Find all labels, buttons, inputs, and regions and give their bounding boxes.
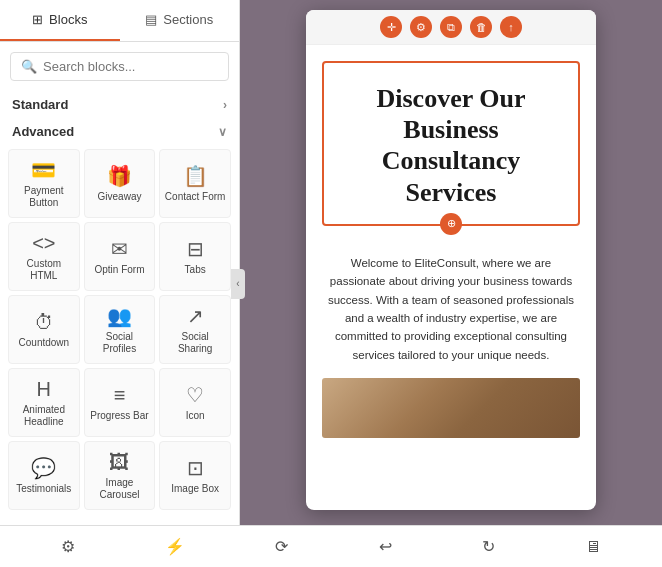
progress-bar-label: Progress Bar [90, 410, 148, 422]
countdown-label: Countdown [19, 337, 70, 349]
toolbar-upload-icon[interactable]: ↑ [500, 16, 522, 38]
tab-blocks[interactable]: ⊞ Blocks [0, 0, 120, 41]
device-toolbar: ✛ ⚙ ⧉ 🗑 ↑ [306, 10, 596, 45]
collapse-handle[interactable]: ‹ [231, 269, 245, 299]
progress-bar-icon: ≡ [114, 385, 126, 405]
block-social-profiles[interactable]: 👥Social Profiles [84, 295, 156, 364]
block-tabs[interactable]: ⊟Tabs [159, 222, 231, 291]
block-giveaway[interactable]: 🎁Giveaway [84, 149, 156, 218]
image-carousel-label: Image Carousel [89, 477, 151, 501]
block-image-box[interactable]: ⊡Image Box [159, 441, 231, 510]
block-animated-headline[interactable]: HAnimated Headline [8, 368, 80, 437]
advanced-section-label: Advanced [12, 124, 74, 139]
payment-button-label: Payment Button [13, 185, 75, 209]
animated-headline-icon: H [37, 379, 51, 399]
bottom-undo-icon[interactable]: ↩ [375, 533, 396, 560]
testimonials-label: Testimonials [16, 483, 71, 495]
block-countdown[interactable]: ⏱Countdown [8, 295, 80, 364]
social-profiles-label: Social Profiles [89, 331, 151, 355]
custom-html-icon: <> [32, 233, 55, 253]
hero-image [322, 378, 580, 438]
device-content: Discover Our Business Consultancy Servic… [306, 45, 596, 454]
block-icon[interactable]: ♡Icon [159, 368, 231, 437]
blocks-grid: 💳Payment Button🎁Giveaway📋Contact Form<>C… [0, 145, 239, 514]
bottom-lightning-icon[interactable]: ⚡ [161, 533, 189, 560]
tabs-icon: ⊟ [187, 239, 204, 259]
social-profiles-icon: 👥 [107, 306, 132, 326]
image-box-label: Image Box [171, 483, 219, 495]
giveaway-label: Giveaway [98, 191, 142, 203]
tabs-label: Tabs [185, 264, 206, 276]
toolbar-copy-icon[interactable]: ⧉ [440, 16, 462, 38]
advanced-section-header[interactable]: Advanced ∨ [0, 118, 239, 145]
standard-section-label: Standard [12, 97, 68, 112]
payment-button-icon: 💳 [31, 160, 56, 180]
hero-add-icon[interactable]: ⊕ [440, 213, 462, 235]
block-image-carousel[interactable]: 🖼Image Carousel [84, 441, 156, 510]
hero-section: Discover Our Business Consultancy Servic… [322, 61, 580, 226]
image-carousel-icon: 🖼 [109, 452, 129, 472]
contact-form-label: Contact Form [165, 191, 226, 203]
toolbar-delete-icon[interactable]: 🗑 [470, 16, 492, 38]
contact-form-icon: 📋 [183, 166, 208, 186]
tabs-bar: ⊞ Blocks ▤ Sections [0, 0, 239, 42]
optin-form-label: Optin Form [94, 264, 144, 276]
icon-icon: ♡ [186, 385, 204, 405]
block-testimonials[interactable]: 💬Testimonials [8, 441, 80, 510]
social-sharing-icon: ↗ [187, 306, 204, 326]
custom-html-label: Custom HTML [13, 258, 75, 282]
bottom-history-icon[interactable]: ⟳ [271, 533, 292, 560]
advanced-chevron-icon: ∨ [218, 125, 227, 139]
block-contact-form[interactable]: 📋Contact Form [159, 149, 231, 218]
bottom-redo-icon[interactable]: ↻ [478, 533, 499, 560]
search-area: 🔍 [0, 42, 239, 91]
block-social-sharing[interactable]: ↗Social Sharing [159, 295, 231, 364]
hero-description: Welcome to EliteConsult, where we are pa… [322, 238, 580, 368]
animated-headline-label: Animated Headline [13, 404, 75, 428]
bottom-settings-icon[interactable]: ⚙ [57, 533, 79, 560]
left-panel: ⊞ Blocks ▤ Sections 🔍 Standard › Advance… [0, 0, 240, 525]
social-sharing-label: Social Sharing [164, 331, 226, 355]
search-icon: 🔍 [21, 59, 37, 74]
countdown-icon: ⏱ [34, 312, 54, 332]
block-payment-button[interactable]: 💳Payment Button [8, 149, 80, 218]
image-box-icon: ⊡ [187, 458, 204, 478]
giveaway-icon: 🎁 [107, 166, 132, 186]
hero-title: Discover Our Business Consultancy Servic… [334, 83, 568, 208]
block-progress-bar[interactable]: ≡Progress Bar [84, 368, 156, 437]
tab-sections-label: Sections [163, 12, 213, 27]
tab-blocks-label: Blocks [49, 12, 87, 27]
standard-chevron-icon: › [223, 98, 227, 112]
testimonials-icon: 💬 [31, 458, 56, 478]
bottom-bar: ⚙ ⚡ ⟳ ↩ ↻ 🖥 [0, 525, 662, 567]
optin-form-icon: ✉ [111, 239, 128, 259]
toolbar-move-icon[interactable]: ✛ [380, 16, 402, 38]
sections-tab-icon: ▤ [145, 12, 157, 27]
standard-section-header[interactable]: Standard › [0, 91, 239, 118]
icon-label: Icon [186, 410, 205, 422]
device-frame: ✛ ⚙ ⧉ 🗑 ↑ Discover Our Business Consulta… [306, 10, 596, 510]
right-panel: ✛ ⚙ ⧉ 🗑 ↑ Discover Our Business Consulta… [240, 0, 662, 525]
tab-sections[interactable]: ▤ Sections [120, 0, 240, 41]
search-box: 🔍 [10, 52, 229, 81]
block-optin-form[interactable]: ✉Optin Form [84, 222, 156, 291]
bottom-monitor-icon[interactable]: 🖥 [581, 534, 605, 560]
blocks-tab-icon: ⊞ [32, 12, 43, 27]
toolbar-settings-icon[interactable]: ⚙ [410, 16, 432, 38]
block-custom-html[interactable]: <>Custom HTML [8, 222, 80, 291]
search-input[interactable] [43, 59, 218, 74]
